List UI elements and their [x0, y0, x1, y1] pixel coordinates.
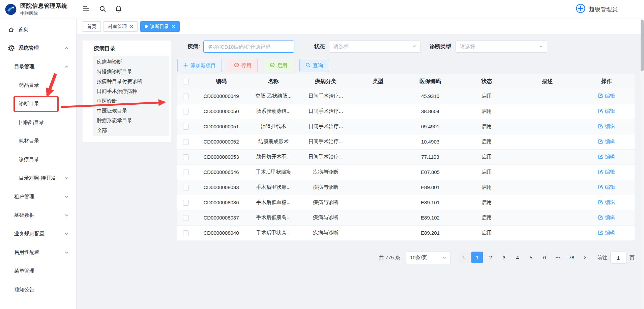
cell-type	[353, 164, 403, 180]
row-checkbox[interactable]	[183, 215, 189, 221]
tree-item[interactable]: 中医诊断	[93, 96, 169, 106]
disease-search-input[interactable]	[203, 41, 294, 53]
status-select[interactable]: 请选择	[329, 41, 421, 53]
page-button-3[interactable]: 3	[498, 252, 510, 263]
sidebar-item-diagnosis-catalog[interactable]: 诊断目录	[0, 95, 76, 113]
sidebar-item-label: 易用性配置	[14, 249, 39, 256]
diagnosis-type-select[interactable]: 请选择	[456, 41, 547, 53]
sidebar-item-treatment-catalog[interactable]: 诊疗目录	[0, 150, 76, 169]
column-header: 描述	[516, 74, 579, 88]
cell-code: CD0000008036	[194, 195, 248, 210]
edit-row-button[interactable]: 编辑	[598, 169, 615, 175]
next-page-button[interactable]	[579, 252, 591, 263]
sidebar-item-tenant-management[interactable]: 租户管理	[0, 187, 76, 206]
edit-row-button[interactable]: 编辑	[598, 93, 615, 99]
tree-item[interactable]: 中医证候目录	[93, 106, 169, 115]
edit-row-button[interactable]: 编辑	[598, 123, 615, 130]
select-all-checkbox[interactable]	[183, 79, 189, 84]
enable-button[interactable]: 启用	[264, 59, 293, 72]
edit-row-button[interactable]: 编辑	[598, 138, 615, 145]
collapse-sidebar-button[interactable]	[83, 6, 90, 13]
tree-item[interactable]: 全部	[93, 125, 169, 135]
edit-icon	[598, 215, 603, 221]
tab-label: 首页	[87, 24, 96, 30]
cell-insurance-code: E89.102	[403, 210, 457, 225]
sidebar-item-catalog-management[interactable]: 目录管理	[0, 57, 76, 76]
cell-code: CD0000000052	[194, 134, 248, 149]
circle-check-icon	[270, 62, 275, 69]
cell-code: CD0000008040	[194, 225, 248, 240]
notifications-button[interactable]	[115, 5, 122, 14]
page-size-select[interactable]: 10条/页	[406, 252, 451, 264]
sidebar-item-home[interactable]: 首页	[0, 20, 76, 39]
sidebar-item-consumable-catalog[interactable]: 耗材目录	[0, 132, 76, 150]
cell-code: CD0000000053	[194, 149, 248, 164]
sidebar-item-notice[interactable]: 通知公告	[0, 280, 76, 299]
edit-row-button[interactable]: 编辑	[598, 108, 615, 114]
goto-page-input[interactable]	[610, 252, 626, 264]
cell-description	[516, 88, 579, 104]
edit-row-button[interactable]: 编辑	[598, 199, 615, 206]
user-menu[interactable]: 超级管理员	[576, 3, 618, 15]
cell-type	[353, 134, 403, 149]
tab-home[interactable]: 首页	[83, 21, 101, 32]
disable-button[interactable]: 停用	[228, 59, 258, 72]
tab-department-management[interactable]: 科室管理	[104, 21, 138, 32]
row-checkbox[interactable]	[183, 154, 189, 160]
page-button-4[interactable]: 4	[512, 252, 523, 263]
scrollbar-thumb[interactable]	[641, 20, 644, 71]
page-button-1[interactable]: 1	[471, 252, 483, 263]
sidebar-item-usability-config[interactable]: 易用性配置	[0, 243, 76, 262]
chevron-down-icon	[64, 195, 69, 199]
sidebar-item-drug-catalog[interactable]: 药品目录	[0, 76, 76, 95]
row-checkbox[interactable]	[183, 170, 189, 175]
query-button[interactable]: 查询	[299, 59, 329, 72]
chevron-down-icon	[442, 255, 446, 261]
row-checkbox[interactable]	[183, 200, 189, 206]
sidebar-item-menu-management[interactable]: 菜单管理	[0, 262, 76, 280]
row-checkbox[interactable]	[183, 139, 189, 145]
edit-icon	[598, 93, 603, 99]
sidebar-item-base-data[interactable]: 基础数据	[0, 206, 76, 225]
cell-type	[353, 88, 403, 104]
page-button-6[interactable]: 6	[539, 252, 550, 263]
global-search-button[interactable]	[99, 5, 106, 13]
page-button-5[interactable]: 5	[525, 252, 537, 263]
diagnosis-type-select-placeholder: 请选择	[460, 44, 475, 50]
tab-diagnosis-catalog[interactable]: 诊断目录	[140, 21, 180, 32]
add-item-button[interactable]: 添加新项目	[177, 59, 222, 72]
page-button-2[interactable]: 2	[485, 252, 496, 263]
page-scrollbar[interactable]	[641, 19, 644, 309]
tree-item[interactable]: 肿瘤形态学目录	[93, 115, 169, 125]
row-checkbox[interactable]	[183, 185, 189, 190]
page-button-78[interactable]: 78	[566, 252, 577, 263]
edit-row-button[interactable]: 编辑	[598, 230, 615, 236]
tree-item[interactable]: 疾病与诊断	[93, 57, 169, 67]
edit-icon	[598, 184, 603, 190]
edit-row-button[interactable]: 编辑	[598, 184, 615, 190]
sidebar-item-business-rule-config[interactable]: 业务规则配置	[0, 225, 76, 243]
goto-suffix-label: 页	[630, 255, 635, 261]
tree-item[interactable]: 按病种目录付费诊断	[93, 76, 169, 86]
edit-row-button[interactable]: 编辑	[598, 214, 615, 221]
sidebar-item-national-code-catalog[interactable]: 国临码目录	[0, 113, 76, 132]
prev-page-button[interactable]	[458, 252, 469, 263]
row-checkbox[interactable]	[183, 124, 189, 130]
row-checkbox[interactable]	[183, 109, 189, 114]
row-checkbox[interactable]	[183, 94, 189, 99]
edit-row-button[interactable]: 编辑	[598, 154, 615, 160]
toolbar: 添加新项目 停用 启用 查询	[177, 59, 635, 72]
sidebar-item-label: 药品目录	[19, 82, 39, 88]
tree-item[interactable]: 特慢病诊断目录	[93, 67, 169, 76]
row-checkbox[interactable]	[183, 230, 189, 236]
edit-icon	[598, 154, 603, 160]
close-tab-icon[interactable]	[129, 25, 133, 28]
sidebar-item-system-management[interactable]: 系统管理	[0, 39, 76, 57]
app-root: 医院信息管理系统 中联医院 超级管理员 首页系统管理目录管理药品目	[0, 0, 644, 309]
sidebar-item-catalog-mapping[interactable]: 目录对照-待开发	[0, 169, 76, 187]
close-tab-icon[interactable]	[172, 25, 175, 28]
chevron-down-icon	[64, 213, 69, 217]
tree-item[interactable]: 日间手术治疗病种	[93, 86, 169, 96]
sidebar-item-label: 耗材目录	[19, 138, 39, 144]
page-ellipsis[interactable]: •••	[552, 252, 564, 264]
